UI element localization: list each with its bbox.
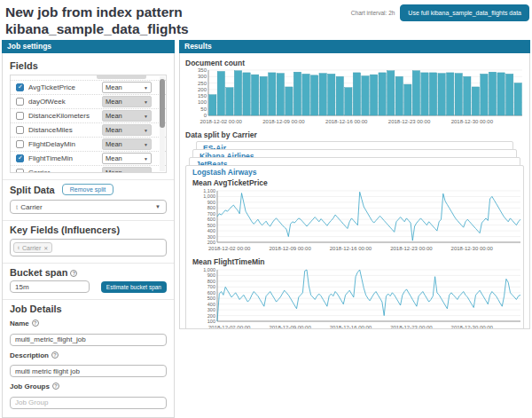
chevron-down-icon: ▼ xyxy=(144,99,148,105)
field-agg-select[interactable]: Mean ▼ xyxy=(102,110,152,122)
svg-text:2018-12-09 00:00: 2018-12-09 00:00 xyxy=(262,119,305,124)
field-agg-select[interactable]: Mean ▼ xyxy=(102,124,152,136)
estimate-bucket-span-button[interactable]: Estimate bucket span xyxy=(101,281,167,293)
chevron-down-icon: ▼ xyxy=(144,142,148,147)
fields-heading: Fields xyxy=(10,60,167,71)
page: New job from index pattern kibana_sample… xyxy=(0,0,532,418)
svg-text:700: 700 xyxy=(207,284,215,289)
svg-text:800: 800 xyxy=(207,279,215,284)
svg-text:100: 100 xyxy=(198,99,207,105)
bucket-span-heading: Bucket span? xyxy=(10,267,167,278)
carrier-card-stack: ES-AirKibana AirlinesJetBeats Logstash A… xyxy=(185,141,524,329)
field-agg-select[interactable]: Mean ▼ xyxy=(102,138,152,150)
svg-text:900: 900 xyxy=(207,200,215,205)
svg-text:2018-12-02 00:00: 2018-12-02 00:00 xyxy=(200,119,242,124)
carrier-card-front: Logstash Airways Mean AvgTicketPrice 200… xyxy=(185,165,524,329)
chevron-down-icon: ▼ xyxy=(155,204,160,209)
field-label: Carrier xyxy=(28,169,102,173)
field-checkbox[interactable] xyxy=(16,140,24,148)
use-full-data-button[interactable]: Use full kibana_sample_data_flights data xyxy=(400,4,529,21)
field-agg-select[interactable]: Mean ▼ xyxy=(102,153,152,164)
job-name-input[interactable] xyxy=(10,334,167,346)
job-details-heading: Job Details xyxy=(10,304,167,314)
flight-time-title: Mean FlightTimeMin xyxy=(192,257,517,266)
job-groups-input[interactable] xyxy=(10,397,167,409)
field-label: AvgTicketPrice xyxy=(28,83,102,91)
avg-ticket-price-chart: 2003004005006007008009001,0001,1002018-1… xyxy=(192,188,522,252)
help-icon: ? xyxy=(70,270,77,277)
split-field-select[interactable]: t Carrier ▼ xyxy=(10,200,167,214)
chart-interval-label: Chart interval: 2h xyxy=(351,10,395,16)
svg-text:200: 200 xyxy=(207,240,215,245)
description-label: Description? xyxy=(10,351,167,359)
chevron-down-icon: ▼ xyxy=(144,114,148,119)
field-checkbox[interactable] xyxy=(16,98,24,106)
split-data-section: Split Data Remove split t Carrier ▼ xyxy=(10,184,167,214)
chevron-down-icon: ▼ xyxy=(144,170,148,174)
fields-list: AvgTicketPrice Mean ▼ dayOfWeek Mean ▼ D… xyxy=(10,75,167,173)
field-row: DistanceMiles Mean ▼ xyxy=(11,123,166,138)
field-agg-select[interactable]: Mean ▼ xyxy=(102,82,152,93)
job-groups-label: Job Groups? xyxy=(10,383,167,390)
string-type-icon: t xyxy=(18,244,20,251)
top-controls: Chart interval: 2h Use full kibana_sampl… xyxy=(351,4,529,21)
split-field-value: Carrier xyxy=(20,203,42,211)
page-title-line1: New job from index pattern xyxy=(5,4,189,20)
field-agg-select[interactable]: Mean ▼ xyxy=(102,167,152,173)
svg-text:2018-12-16 00:00: 2018-12-16 00:00 xyxy=(330,246,372,251)
svg-text:2018-12-02 00:00: 2018-12-02 00:00 xyxy=(208,325,251,329)
name-label: Name? xyxy=(10,319,167,327)
fields-scrollbar-thumb[interactable] xyxy=(160,79,165,128)
chevron-down-icon: ▼ xyxy=(144,156,148,162)
field-label: FlightDelayMin xyxy=(28,140,102,148)
svg-text:1,000: 1,000 xyxy=(203,267,215,272)
field-checkbox[interactable] xyxy=(16,83,24,91)
remove-split-button[interactable]: Remove split xyxy=(62,184,113,195)
svg-text:400: 400 xyxy=(207,302,215,307)
remove-tag-icon[interactable]: ✕ xyxy=(43,245,48,251)
svg-text:2018-12-16 00:00: 2018-12-16 00:00 xyxy=(325,119,368,124)
svg-text:2018-12-30 00:00: 2018-12-30 00:00 xyxy=(451,325,494,329)
field-agg-value: Mean xyxy=(106,126,144,134)
influencer-tag-label: Carrier xyxy=(22,245,41,251)
field-row: DistanceKilometers Mean ▼ xyxy=(11,109,166,123)
svg-text:300: 300 xyxy=(207,307,215,312)
svg-text:2018-12-23 00:00: 2018-12-23 00:00 xyxy=(388,119,431,124)
job-details-section: Job Details Name? Description? Job Group… xyxy=(10,304,167,409)
field-checkbox[interactable] xyxy=(16,112,24,120)
help-icon: ? xyxy=(51,351,59,359)
chevron-down-icon: ▼ xyxy=(144,128,148,133)
svg-text:2018-12-30 00:00: 2018-12-30 00:00 xyxy=(451,246,494,251)
svg-text:500: 500 xyxy=(207,223,215,228)
bucket-span-input[interactable] xyxy=(10,280,90,293)
avg-ticket-price-title: Mean AvgTicketPrice xyxy=(192,178,517,187)
field-checkbox[interactable] xyxy=(16,126,24,134)
svg-text:300: 300 xyxy=(198,74,207,79)
field-agg-value: Mean xyxy=(106,83,144,91)
field-label: DistanceKilometers xyxy=(28,112,102,120)
carrier-link[interactable]: Logstash Airways xyxy=(192,167,517,177)
svg-text:350: 350 xyxy=(198,68,207,73)
field-row: FlightTimeMin Mean ▼ xyxy=(11,152,166,166)
svg-text:400: 400 xyxy=(207,228,215,233)
svg-text:150: 150 xyxy=(198,93,207,99)
document-count-title: Document count xyxy=(185,59,524,67)
field-agg-select[interactable]: Mean ▼ xyxy=(102,96,152,107)
svg-text:0: 0 xyxy=(204,113,207,118)
field-row: FlightDelayMin Mean ▼ xyxy=(11,138,166,152)
field-label: DistanceMiles xyxy=(28,126,102,134)
svg-text:600: 600 xyxy=(207,217,215,222)
job-settings-panel: Job settings Fields AvgTicketPrice Mean … xyxy=(2,40,175,418)
field-checkbox[interactable] xyxy=(16,154,24,162)
split-data-heading: Split Data xyxy=(10,185,55,195)
influencers-input[interactable]: t Carrier ✕ xyxy=(10,239,167,256)
svg-text:100: 100 xyxy=(207,319,215,324)
fields-scrollbar[interactable] xyxy=(160,76,165,171)
field-row: AvgTicketPrice Mean ▼ xyxy=(11,81,166,95)
field-checkbox[interactable] xyxy=(16,169,24,173)
svg-text:900: 900 xyxy=(207,272,215,278)
field-agg-value: Mean xyxy=(106,169,144,173)
svg-text:2018-12-09 00:00: 2018-12-09 00:00 xyxy=(269,325,311,329)
field-agg-value: Mean xyxy=(106,154,144,162)
job-description-input[interactable] xyxy=(10,365,167,377)
